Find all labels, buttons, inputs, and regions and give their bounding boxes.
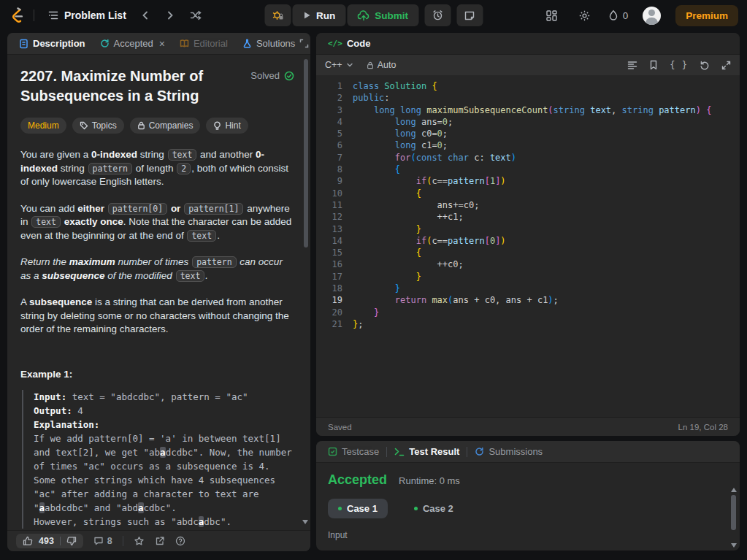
- code-line[interactable]: 7 for(const char c: text): [316, 152, 740, 164]
- tab-test-result[interactable]: Test Result: [390, 446, 464, 457]
- solved-status: Solved: [250, 70, 294, 81]
- editorial-book-icon: [180, 39, 189, 48]
- submit-button[interactable]: Submit: [347, 4, 418, 26]
- code-editor[interactable]: 1class Solution {2public:3 long long max…: [316, 75, 740, 417]
- comments-button[interactable]: 8: [93, 536, 112, 546]
- thumbs-up-icon[interactable]: [23, 536, 33, 546]
- topbar: Problem List: [0, 0, 747, 31]
- tab-code-label: Code: [347, 38, 371, 49]
- testcase-check-square-icon: [328, 447, 337, 456]
- notes-button[interactable]: [456, 4, 483, 26]
- companies-pill[interactable]: Companies: [130, 118, 201, 134]
- tab-solutions-label: Solutions: [256, 38, 295, 49]
- code-line[interactable]: 6 long c1=0;: [316, 139, 740, 151]
- result-status: Accepted: [328, 472, 387, 488]
- tab-submissions[interactable]: Submissions: [470, 446, 547, 457]
- thumbs-down-icon[interactable]: [66, 536, 77, 546]
- code-line[interactable]: 20 }: [316, 307, 740, 318]
- run-icon: [302, 11, 311, 20]
- code-line[interactable]: 9 if(c==pattern[1]): [316, 175, 740, 187]
- share-icon[interactable]: [155, 536, 165, 546]
- example-line: Explanation:: [34, 418, 294, 431]
- difficulty-badge[interactable]: Medium: [20, 118, 66, 134]
- tab-editorial[interactable]: Editorial: [175, 38, 232, 49]
- language-selector[interactable]: C++: [325, 60, 353, 70]
- code-line[interactable]: 18 }: [316, 283, 740, 294]
- description-scrollbar-thumb[interactable]: [304, 59, 308, 248]
- problem-list-button[interactable]: Problem List: [43, 7, 131, 24]
- code-line[interactable]: 11 ans+=c0;: [316, 199, 740, 211]
- snippets-braces-icon[interactable]: { }: [670, 60, 688, 70]
- next-problem-button[interactable]: [160, 7, 180, 24]
- code-line[interactable]: 19 return max(ans + c0, ans + c1);: [316, 294, 740, 306]
- code-line[interactable]: 16 ++c0;: [316, 258, 740, 270]
- editor-toolbar: C++ Auto: [316, 55, 740, 75]
- code-line[interactable]: 17 }: [316, 271, 740, 283]
- test-result-panel: Testcase Test Result: [316, 441, 740, 551]
- fullscreen-expand-icon[interactable]: [721, 61, 731, 70]
- premium-button[interactable]: Premium: [675, 5, 738, 26]
- tab-testcase[interactable]: Testcase: [323, 446, 383, 457]
- layout-grid-icon[interactable]: [543, 7, 561, 25]
- case-row: Case 1 Case 2: [328, 499, 721, 518]
- code-line[interactable]: 21};: [316, 318, 740, 330]
- result-scroll-up-arrow[interactable]: [731, 488, 737, 492]
- result-scrollbar-thumb[interactable]: [731, 495, 736, 530]
- example-line: However, strings such as "abdcadbc".: [34, 515, 294, 529]
- tab-accepted-label: Accepted: [114, 38, 153, 49]
- code-line[interactable]: 14 if(c==pattern[0]): [316, 235, 740, 247]
- example-line: Output: 4: [34, 404, 294, 418]
- help-icon[interactable]: [175, 536, 185, 546]
- streak-indicator[interactable]: 0: [608, 9, 629, 21]
- tab-accepted[interactable]: Accepted ×: [96, 38, 169, 50]
- case-2-button[interactable]: Case 2: [404, 499, 464, 518]
- problem-title: 2207. Maximize Number of Subsequences in…: [20, 66, 250, 106]
- settings-gear-icon[interactable]: [575, 7, 594, 25]
- expand-tabs-icon[interactable]: [299, 39, 309, 48]
- format-code-icon[interactable]: [627, 61, 637, 69]
- code-line[interactable]: 13 }: [316, 223, 740, 235]
- problem-footer: 493 8: [7, 530, 310, 551]
- tab-description[interactable]: Description: [15, 38, 90, 49]
- description-scroll-down-arrow[interactable]: [302, 520, 308, 524]
- close-accepted-tab-icon[interactable]: ×: [159, 38, 165, 50]
- code-line[interactable]: 2public:: [316, 92, 740, 104]
- leetcode-logo[interactable]: [9, 7, 25, 24]
- tab-editorial-label: Editorial: [194, 38, 228, 49]
- avatar[interactable]: [643, 7, 661, 25]
- code-line[interactable]: 12 ++c1;: [316, 211, 740, 223]
- hint-pill[interactable]: Hint: [206, 118, 248, 134]
- auto-toggle[interactable]: Auto: [367, 60, 397, 70]
- tab-code[interactable]: </> Code: [323, 38, 375, 49]
- reset-code-icon[interactable]: [700, 60, 710, 70]
- tab-submissions-label: Submissions: [489, 446, 543, 457]
- case-2-dot: [414, 507, 418, 510]
- code-line[interactable]: 15 {: [316, 247, 740, 258]
- result-scroll-down-arrow[interactable]: [731, 543, 737, 548]
- description-panel: Description Accepted ×: [7, 33, 310, 551]
- timer-button[interactable]: [424, 4, 451, 26]
- case-1-button[interactable]: Case 1: [328, 499, 388, 518]
- random-problem-icon[interactable]: [185, 6, 207, 25]
- tab-solutions[interactable]: Solutions: [238, 38, 299, 49]
- description-paragraph: Return the maximum number of times patte…: [20, 256, 294, 283]
- description-paragraph: A subsequence is a string that can be de…: [20, 296, 294, 337]
- star-icon[interactable]: [134, 536, 145, 547]
- code-line[interactable]: 1class Solution {: [316, 80, 740, 92]
- description-paragraph: You can add either pattern[0] or pattern…: [20, 202, 294, 243]
- debugger-button[interactable]: [264, 4, 291, 26]
- auto-label: Auto: [378, 60, 397, 70]
- code-line[interactable]: 10 {: [316, 188, 740, 199]
- code-line[interactable]: 3 long long maximumSubsequenceCount(stri…: [316, 104, 740, 116]
- description-tabbar: Description Accepted ×: [7, 33, 310, 55]
- code-line[interactable]: 5 long c0=0;: [316, 128, 740, 139]
- bookmark-icon[interactable]: [649, 60, 658, 70]
- code-line[interactable]: 8 {: [316, 164, 740, 175]
- tab-test-result-label: Test Result: [409, 446, 459, 457]
- run-button[interactable]: Run: [292, 4, 345, 26]
- cursor-position[interactable]: Ln 19, Col 28: [678, 423, 728, 431]
- code-line[interactable]: 4 long ans=0;: [316, 116, 740, 128]
- tag-icon: [80, 121, 88, 130]
- topics-pill[interactable]: Topics: [72, 118, 124, 134]
- prev-problem-button[interactable]: [135, 7, 156, 24]
